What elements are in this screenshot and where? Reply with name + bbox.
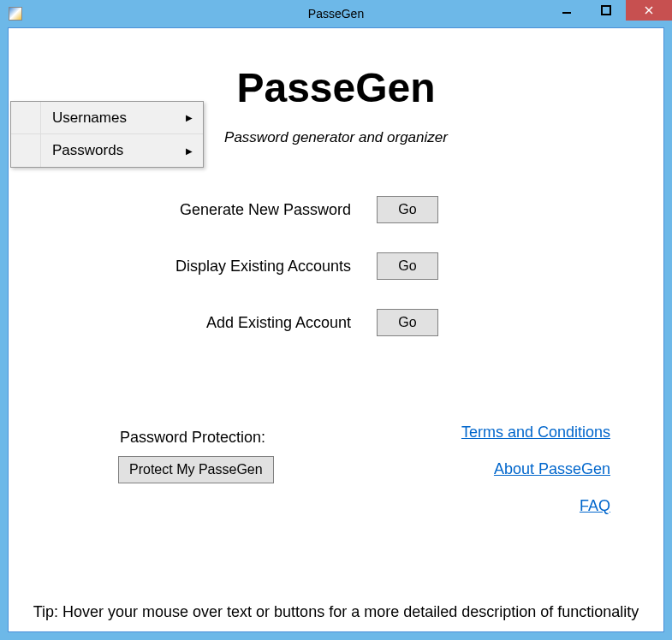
app-window: PasseGen Usernames ▶ Passwords ▶ Passe <box>0 0 672 640</box>
app-icon <box>9 7 22 21</box>
menu-item-label: Usernames <box>52 110 127 127</box>
generate-go-button[interactable]: Go <box>377 196 438 223</box>
links-section: Terms and Conditions About PasseGen FAQ <box>461 424 610 515</box>
client-area: Usernames ▶ Passwords ▶ PasseGen Passwor… <box>8 27 664 632</box>
minimize-button[interactable] <box>547 0 586 21</box>
action-add: Add Existing Account Go <box>154 309 438 336</box>
tip-text: Tip: Hover your mouse over text or butto… <box>9 603 663 621</box>
terms-link[interactable]: Terms and Conditions <box>461 424 610 441</box>
submenu-arrow-icon: ▶ <box>186 146 193 156</box>
window-controls <box>547 0 672 21</box>
protection-label: Password Protection: <box>120 429 265 447</box>
svg-rect-1 <box>602 6 610 15</box>
submenu-arrow-icon: ▶ <box>186 113 193 122</box>
add-go-button[interactable]: Go <box>377 309 438 336</box>
protect-button[interactable]: Protect My PasseGen <box>118 456 274 483</box>
about-link[interactable]: About PasseGen <box>494 460 610 478</box>
action-generate: Generate New Password Go <box>154 196 438 223</box>
action-display: Display Existing Accounts Go <box>154 252 438 280</box>
app-subtitle: Password generator and organizer <box>9 129 663 146</box>
maximize-button[interactable] <box>586 0 626 21</box>
action-label: Add Existing Account <box>154 314 377 332</box>
faq-link[interactable]: FAQ <box>580 497 610 515</box>
action-label: Display Existing Accounts <box>154 258 377 276</box>
app-title: PasseGen <box>9 64 663 111</box>
action-label: Generate New Password <box>154 201 377 219</box>
display-go-button[interactable]: Go <box>377 252 438 280</box>
titlebar[interactable]: PasseGen <box>0 0 672 27</box>
close-button[interactable] <box>626 0 672 21</box>
